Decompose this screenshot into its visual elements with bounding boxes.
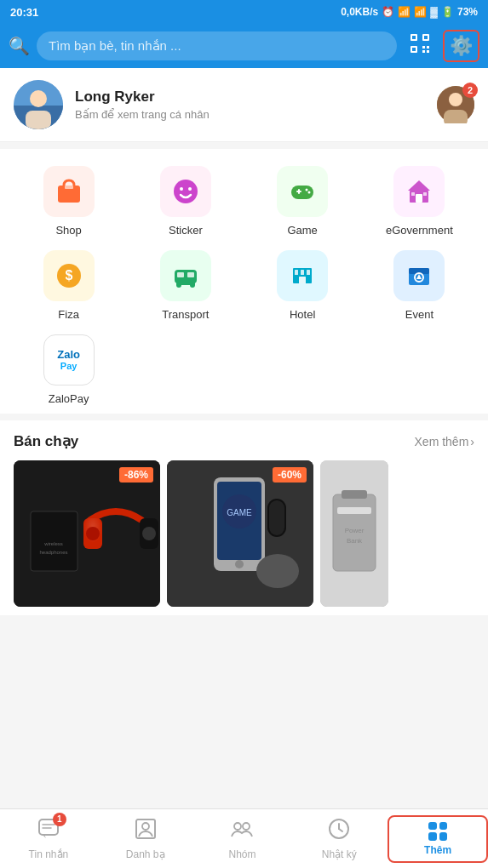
shop-icon bbox=[43, 166, 95, 217]
xem-them-button[interactable]: Xem thêm › bbox=[415, 435, 474, 448]
svg-rect-41 bbox=[295, 270, 298, 275]
timeline-label: Nhật ký bbox=[322, 848, 357, 860]
svg-point-79 bbox=[142, 823, 149, 830]
fiza-icon: $ bbox=[43, 250, 95, 301]
services-section: Shop Sticker bbox=[0, 149, 488, 414]
more-label: Thêm bbox=[424, 844, 451, 856]
avatar-main bbox=[14, 80, 63, 129]
product-powerbank[interactable]: Power Bank bbox=[320, 460, 388, 607]
ban-chay-section: Bán chạy Xem thêm › wireless headphones bbox=[0, 420, 488, 615]
svg-rect-43 bbox=[307, 270, 310, 275]
svg-rect-7 bbox=[427, 46, 429, 49]
search-placeholder: Tìm bạn bè, tin nhắn ... bbox=[49, 38, 181, 54]
nav-more[interactable]: Thêm bbox=[388, 815, 488, 863]
nav-contacts[interactable]: Danh bạ bbox=[97, 813, 194, 865]
network-speed: 0,0KB/s bbox=[341, 6, 378, 18]
product-headphones[interactable]: wireless headphones -86% bbox=[14, 460, 160, 607]
svg-rect-44 bbox=[299, 277, 306, 283]
timeline-icon bbox=[328, 818, 350, 845]
alarm-icon: ⏰ bbox=[382, 6, 394, 18]
svg-rect-35 bbox=[177, 272, 184, 277]
groups-label: Nhóm bbox=[228, 848, 255, 860]
grid-dots bbox=[428, 822, 447, 841]
svg-rect-71 bbox=[337, 507, 371, 514]
event-label: Event bbox=[405, 308, 433, 321]
svg-point-80 bbox=[234, 823, 241, 830]
profile-section[interactable]: Long Ryker Bấm để xem trang cá nhân 2 bbox=[0, 68, 488, 142]
svg-point-81 bbox=[243, 823, 250, 830]
ban-chay-title: Bán chạy bbox=[14, 432, 78, 450]
search-icon[interactable]: 🔍 bbox=[9, 36, 30, 56]
nav-timeline[interactable]: Nhật ký bbox=[290, 813, 388, 865]
zalopay-label: ZaloPay bbox=[49, 392, 89, 405]
svg-point-61 bbox=[235, 560, 244, 568]
battery-percent: 73% bbox=[457, 6, 478, 18]
status-bar: 20:31 0,0KB/s ⏰ 📶 📶 ▓ 🔋 73% bbox=[0, 0, 488, 24]
svg-rect-24 bbox=[298, 189, 300, 194]
svg-rect-18 bbox=[65, 186, 73, 189]
svg-rect-36 bbox=[187, 272, 194, 277]
svg-text:headphones: headphones bbox=[39, 550, 67, 555]
service-hotel[interactable]: Hotel bbox=[248, 250, 358, 321]
svg-point-20 bbox=[180, 187, 183, 191]
game-label: Game bbox=[287, 224, 317, 237]
discount-badge-gaming: -60% bbox=[273, 467, 307, 483]
svg-rect-5 bbox=[412, 48, 416, 51]
fiza-label: Fiza bbox=[58, 308, 79, 321]
profile-badge: 2 bbox=[462, 83, 478, 98]
service-shop[interactable]: Shop bbox=[14, 166, 123, 237]
svg-point-56 bbox=[86, 527, 100, 540]
svg-rect-39 bbox=[176, 282, 195, 285]
chat-label: Tin nhắn bbox=[29, 848, 69, 860]
shop-label: Shop bbox=[55, 224, 81, 237]
profile-subtitle: Bấm để xem trang cá nhân bbox=[75, 108, 437, 121]
settings-button[interactable]: ⚙️ bbox=[443, 30, 479, 62]
discount-badge-headphones: -86% bbox=[119, 467, 153, 483]
service-sticker[interactable]: Sticker bbox=[130, 166, 240, 237]
service-zalopay[interactable]: Zalo Pay ZaloPay bbox=[14, 334, 123, 405]
svg-point-67 bbox=[256, 554, 299, 588]
signal-icon: 📶 bbox=[398, 6, 410, 18]
sticker-icon bbox=[160, 166, 211, 217]
transport-label: Transport bbox=[162, 308, 209, 321]
svg-point-15 bbox=[449, 93, 462, 106]
svg-point-21 bbox=[188, 187, 192, 191]
egovernment-icon bbox=[393, 166, 445, 217]
game-icon bbox=[277, 166, 328, 217]
svg-text:$: $ bbox=[65, 268, 72, 283]
hotel-label: Hotel bbox=[290, 308, 315, 321]
svg-rect-9 bbox=[427, 50, 429, 53]
service-transport[interactable]: Transport bbox=[130, 250, 240, 321]
svg-line-84 bbox=[339, 829, 342, 831]
event-icon bbox=[393, 250, 445, 301]
transport-icon bbox=[160, 250, 211, 301]
contacts-label: Danh bạ bbox=[126, 848, 165, 860]
zalopay-icon: Zalo Pay bbox=[43, 334, 95, 385]
nav-chat[interactable]: 1 Tin nhắn bbox=[0, 813, 97, 865]
svg-rect-3 bbox=[424, 36, 428, 39]
service-game[interactable]: Game bbox=[248, 166, 358, 237]
nav-groups[interactable]: Nhóm bbox=[194, 813, 291, 865]
service-fiza[interactable]: $ Fiza bbox=[14, 250, 123, 321]
service-event[interactable]: Event bbox=[365, 250, 474, 321]
svg-rect-29 bbox=[416, 194, 422, 203]
svg-rect-13 bbox=[26, 111, 51, 129]
wifi-icon2: ▓ bbox=[430, 6, 438, 18]
search-input[interactable]: Tìm bạn bè, tin nhắn ... bbox=[37, 31, 397, 60]
svg-rect-42 bbox=[301, 270, 304, 275]
profile-name: Long Ryker bbox=[75, 89, 437, 106]
battery-icon: 🔋 bbox=[441, 6, 454, 18]
svg-rect-66 bbox=[269, 500, 284, 535]
profile-info: Long Ryker Bấm để xem trang cá nhân bbox=[75, 89, 437, 121]
svg-text:wireless: wireless bbox=[43, 541, 63, 546]
qr-button[interactable] bbox=[404, 29, 436, 63]
more-icon bbox=[428, 822, 447, 841]
product-gaming[interactable]: GAME -60% bbox=[167, 460, 313, 607]
service-egovernment[interactable]: eGovernment bbox=[365, 166, 474, 237]
svg-rect-70 bbox=[342, 490, 367, 499]
profile-avatar-small[interactable]: 2 bbox=[437, 86, 474, 123]
hotel-icon bbox=[277, 250, 328, 301]
svg-point-26 bbox=[308, 191, 311, 194]
services-grid: Shop Sticker bbox=[14, 166, 474, 405]
status-right: 0,0KB/s ⏰ 📶 📶 ▓ 🔋 73% bbox=[341, 6, 478, 18]
